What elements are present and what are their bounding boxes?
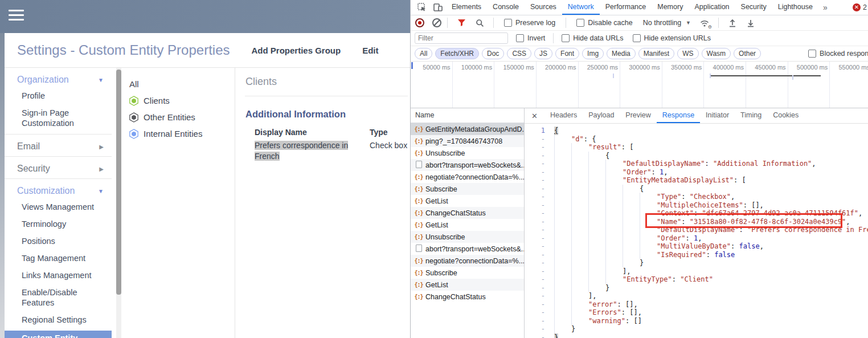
entity-filter-other-entities[interactable]: Other Entities — [129, 109, 234, 125]
sidebar-item-tag-management[interactable]: Tag Management — [5, 252, 112, 264]
sidebar-item-positions[interactable]: Positions — [5, 235, 112, 247]
console-error-badge[interactable]: ✕ 2 — [853, 3, 868, 11]
sidebar-item-terminology[interactable]: Terminology — [5, 218, 112, 230]
close-icon[interactable]: ✕ — [525, 112, 544, 120]
tab-security[interactable]: Security — [735, 0, 772, 15]
filter-chip-other[interactable]: Other — [734, 48, 761, 59]
disable-cache-checkbox[interactable]: Disable cache — [576, 19, 633, 27]
add-properties-group-button[interactable]: Add Properties Group — [251, 46, 341, 55]
request-row[interactable]: {:}Subscribe — [411, 183, 524, 195]
export-har-icon[interactable] — [745, 18, 756, 28]
sidebar-item-custom-entity-properties[interactable]: Custom Entity Properties — [5, 331, 112, 338]
sidebar-section-email[interactable]: Email▶ — [5, 140, 112, 153]
sidebar-section-label: Customization — [17, 186, 75, 196]
invert-checkbox[interactable]: Invert — [516, 34, 545, 42]
sidebar-scrollbar-thumb[interactable] — [116, 70, 121, 295]
detail-tab-payload[interactable]: Payload — [583, 108, 620, 123]
import-har-icon[interactable] — [727, 18, 738, 28]
tab-lighthouse[interactable]: Lighthouse — [772, 0, 818, 15]
filter-chip-media[interactable]: Media — [607, 48, 636, 59]
code-tokens: "IsRequired": false — [554, 251, 735, 259]
detail-tab-timing[interactable]: Timing — [735, 108, 767, 123]
throttling-dropdown[interactable]: No throttling▼ — [643, 19, 691, 27]
code-token: : — [706, 251, 714, 259]
tab-elements[interactable]: Elements — [446, 0, 487, 15]
code-token: : — [731, 242, 739, 251]
sidebar-section-customization[interactable]: Customization▼ — [5, 185, 112, 197]
detail-tab-initiator[interactable]: Initiator — [700, 108, 735, 123]
filter-chip-ws[interactable]: WS — [677, 48, 698, 59]
request-row[interactable]: {:}GetList — [411, 279, 524, 291]
request-row[interactable]: {:}ping?_=1708446743708 — [411, 135, 524, 147]
entity-filter-all[interactable]: All — [129, 76, 234, 92]
record-network-log-button[interactable] — [415, 18, 424, 27]
search-icon[interactable] — [474, 18, 485, 28]
filter-chip-fetch-xhr[interactable]: Fetch/XHR — [435, 48, 479, 59]
entity-filter-clients[interactable]: Clients — [129, 92, 234, 109]
hamburger-menu-icon[interactable] — [9, 10, 24, 22]
sidebar-item-enable-disable-features[interactable]: Enable/Disable Features — [5, 286, 112, 309]
tab-performance[interactable]: Performance — [600, 0, 652, 15]
network-conditions-icon[interactable]: ⚙ — [699, 18, 710, 28]
filter-input[interactable] — [415, 32, 508, 44]
filter-chip-wasm[interactable]: Wasm — [702, 48, 731, 59]
sidebar-item-views-management[interactable]: Views Management — [5, 201, 112, 213]
request-row[interactable]: abort?transport=webSockets&... — [411, 159, 524, 171]
filter-chip-css[interactable]: CSS — [507, 48, 531, 59]
clear-network-log-button[interactable] — [432, 18, 441, 27]
device-toolbar-icon[interactable] — [432, 2, 444, 13]
edit-button[interactable]: Edit — [362, 46, 378, 55]
filter-chip-manifest[interactable]: Manifest — [638, 48, 674, 59]
sidebar-section-organization[interactable]: Organization▼ — [5, 74, 112, 86]
more-tabs-icon[interactable]: » — [818, 3, 832, 12]
request-row[interactable]: {:}ChangeChatStatus — [411, 291, 524, 303]
hide-data-urls-checkbox[interactable]: Hide data URLs — [562, 34, 623, 42]
tab-memory[interactable]: Memory — [652, 0, 689, 15]
detail-tab-preview[interactable]: Preview — [620, 108, 656, 123]
tab-sources[interactable]: Sources — [525, 0, 562, 15]
inspect-element-icon[interactable] — [416, 2, 428, 13]
filter-chip-js[interactable]: JS — [534, 48, 552, 59]
tab-network[interactable]: Network — [562, 0, 600, 15]
request-list-column: Name {:}GetEntityMetadataGroupAndD...{:}… — [411, 108, 525, 338]
sidebar-item-regional-settings[interactable]: Regional Settings — [5, 313, 112, 326]
indent-guide — [571, 152, 588, 160]
request-row[interactable]: {:}Unsubscribe — [411, 147, 524, 159]
request-row[interactable]: {:}negotiate?connectionData=%... — [411, 255, 524, 267]
request-row[interactable]: {:}negotiate?connectionData=%... — [411, 171, 524, 183]
filter-funnel-icon[interactable] — [456, 18, 467, 28]
request-row[interactable]: {:}ChangeChatStatus — [411, 207, 524, 219]
response-body-viewer[interactable]: 1{-"d": {-"result": [-{-"DefaultDisplayN… — [525, 124, 868, 338]
sidebar-section-security[interactable]: Security▶ — [5, 162, 112, 175]
detail-tab-cookies[interactable]: Cookies — [767, 108, 804, 123]
tab-console[interactable]: Console — [487, 0, 525, 15]
network-overview-timeline[interactable]: 50000 ms100000 ms150000 ms200000 ms25000… — [411, 62, 868, 108]
request-row[interactable]: {:}Unsubscribe — [411, 231, 524, 243]
code-token: "DefaultDisplayName" — [623, 160, 705, 168]
page-edge-gradient — [0, 33, 5, 338]
request-row[interactable]: {:}GetEntityMetadataGroupAndD... — [411, 123, 524, 135]
sidebar-item-sign-in-page-customization[interactable]: Sign-in Page Customization — [5, 107, 112, 129]
xhr-request-icon: {:} — [414, 174, 423, 180]
hide-extension-urls-checkbox[interactable]: Hide extension URLs — [633, 34, 711, 42]
request-row[interactable]: {:}GetList — [411, 219, 524, 231]
request-row[interactable]: {:}Subscribe — [411, 267, 524, 279]
tab-application[interactable]: Application — [689, 0, 735, 15]
detail-tab-headers[interactable]: Headers — [544, 108, 583, 123]
filter-chip-doc[interactable]: Doc — [482, 48, 504, 59]
blocked-response-cookies-checkbox[interactable]: Blocked response cookies — [808, 50, 868, 58]
indent-guide — [588, 267, 605, 276]
sidebar-item-links-management[interactable]: Links Management — [5, 269, 112, 282]
request-row[interactable]: abort?transport=webSockets&... — [411, 243, 524, 255]
app-header-bar — [0, 0, 410, 33]
request-name-column-header[interactable]: Name — [411, 108, 524, 123]
entity-filter-internal-entities[interactable]: Internal Entities — [129, 125, 234, 142]
sidebar-item-profile[interactable]: Profile — [5, 89, 112, 102]
request-row[interactable]: {:}GetList — [411, 195, 524, 207]
preserve-log-checkbox[interactable]: Preserve log — [504, 19, 555, 27]
filter-chip-img[interactable]: Img — [582, 48, 604, 59]
filter-chip-all[interactable]: All — [415, 48, 432, 59]
detail-tab-response[interactable]: Response — [657, 108, 700, 123]
code-token: 1 — [694, 234, 698, 243]
filter-chip-font[interactable]: Font — [555, 48, 579, 59]
